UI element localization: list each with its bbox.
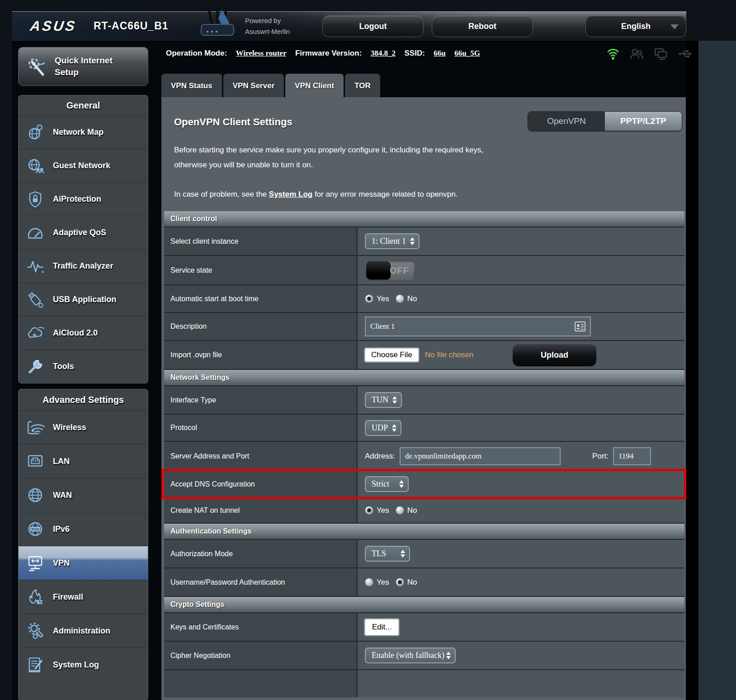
chevron-down-icon (670, 24, 679, 29)
vpn-icon (26, 553, 45, 572)
row-label: Service state (164, 256, 358, 284)
description-value: Client 1 (370, 322, 395, 331)
choose-file-button[interactable]: Choose File (365, 348, 419, 362)
sidebar-item-label: USB Application (53, 295, 116, 304)
sidebar-section-general: General Network Map Guest Network AiProt… (18, 95, 148, 383)
tab-vpn-status[interactable]: VPN Status (161, 74, 222, 97)
row-description: Description Client 1 (164, 313, 684, 341)
toggle-knob (366, 261, 391, 279)
sidebar-item-vpn[interactable]: VPN (19, 546, 148, 580)
cipher-negotiation-select[interactable]: Enable (with fallback) (365, 648, 456, 663)
authorization-mode-value: TLS (372, 549, 386, 558)
sidebar-item-lan[interactable]: LAN (19, 445, 148, 478)
system-log-link[interactable]: System Log (269, 190, 312, 199)
tab-vpn-client[interactable]: VPN Client (285, 74, 344, 97)
intro-text: Before starting the service make sure yo… (174, 142, 581, 172)
row-label: Automatic start at boot time (164, 285, 358, 312)
select-arrows-icon (392, 396, 397, 404)
interface-type-select[interactable]: TUN (365, 392, 402, 408)
vpn-tabs: VPN Status VPN Server VPN Client TOR (161, 74, 382, 97)
reboot-button[interactable]: Reboot (432, 15, 533, 37)
row-label: Server Address and Port (164, 442, 358, 470)
logout-button[interactable]: Logout (322, 15, 424, 37)
address-label: Address: (365, 452, 395, 461)
sidebar-item-tools[interactable]: Tools (19, 350, 148, 383)
row-create-nat: Create NAT on tunnel Yes No (164, 498, 684, 524)
sidebar-item-network-map[interactable]: Network Map (19, 116, 148, 149)
nat-no-radio[interactable] (396, 506, 404, 515)
status-icons (607, 47, 694, 61)
sidebar-item-label: Adaptive QoS (53, 228, 106, 237)
sidebar-item-aiprotection[interactable]: AiProtection (19, 183, 148, 216)
language-select[interactable]: English (585, 15, 686, 37)
note-text: In case of problem, see the System Log f… (174, 190, 458, 199)
sidebar-item-label: LAN (53, 457, 70, 466)
operation-mode-link[interactable]: Wireless router (236, 49, 287, 57)
description-input[interactable]: Client 1 (365, 317, 591, 336)
pptp-l2tp-mode-button[interactable]: PPTP/L2TP (605, 112, 682, 131)
usb-status-icon[interactable] (678, 48, 694, 59)
row-auto-start: Automatic start at boot time Yes No (164, 285, 684, 313)
server-address-input[interactable]: de.vpnunlimitedapp.com (400, 447, 561, 465)
quick-internet-setup-button[interactable]: Quick Internet Setup (18, 47, 148, 86)
accept-dns-select[interactable]: Strict (365, 476, 409, 492)
row-accept-dns: Accept DNS Configuration Strict (164, 471, 684, 498)
guest-network-icon (26, 156, 45, 175)
userpass-yes-radio[interactable] (365, 578, 373, 586)
radio-yes-label: Yes (377, 506, 389, 515)
client-instance-value: 1: Client 1 (372, 236, 406, 246)
note-prefix: In case of problem, see the (174, 190, 269, 199)
sidebar-item-adaptive-qos[interactable]: Adaptive QoS (19, 216, 148, 250)
firmware-link[interactable]: 384.8_2 (371, 49, 396, 57)
client-instance-select[interactable]: 1: Client 1 (365, 233, 420, 249)
row-label: Select client instance (164, 227, 358, 255)
router-image-icon (195, 5, 240, 43)
row-label: Accept DNS Configuration (164, 471, 358, 497)
section-header-client-control: Client control (164, 211, 684, 227)
tab-vpn-server[interactable]: VPN Server (223, 74, 284, 97)
cipher-negotiation-value: Enable (with fallback) (372, 651, 444, 660)
svg-text:IPV6: IPV6 (31, 527, 39, 531)
sidebar-item-wireless[interactable]: Wireless (19, 411, 148, 445)
wifi-status-icon[interactable] (607, 47, 619, 61)
section-header-authentication: Authentication Settings (164, 524, 684, 540)
no-file-chosen-text: No file chosen (425, 350, 474, 359)
ssid-2g-link[interactable]: 66u (434, 49, 445, 57)
sidebar-item-label: Guest Network (53, 161, 110, 170)
authorization-mode-select[interactable]: TLS (365, 546, 410, 562)
row-label (164, 670, 358, 697)
clients-icon[interactable] (629, 47, 644, 60)
nat-yes-radio[interactable] (365, 506, 373, 515)
sidebar-item-traffic-analyzer[interactable]: Traffic Analyzer (19, 250, 148, 283)
upload-button[interactable]: Upload (512, 343, 597, 367)
right-black-strip (686, 41, 698, 700)
edit-keys-button[interactable]: Edit... (365, 619, 399, 635)
sidebar-item-administration[interactable]: Administration (19, 614, 148, 648)
tab-tor[interactable]: TOR (345, 74, 380, 97)
sidebar-item-wan[interactable]: WAN (19, 478, 148, 512)
auto-start-yes-radio[interactable] (365, 294, 373, 303)
aicloud-icon (26, 324, 45, 343)
devices-icon[interactable] (654, 47, 668, 60)
openvpn-mode-button[interactable]: OpenVPN (528, 112, 605, 131)
sidebar-item-label: IPv6 (53, 525, 70, 534)
auto-start-no-radio[interactable] (396, 294, 404, 303)
sidebar-item-firewall[interactable]: Firewall (19, 580, 148, 614)
userpass-no-radio[interactable] (396, 578, 404, 586)
sidebar-item-usb-application[interactable]: USB Application (19, 283, 148, 317)
traffic-analyzer-icon (26, 257, 45, 276)
adaptive-qos-icon (26, 223, 45, 242)
aiprotection-icon (26, 190, 45, 209)
sidebar-item-guest-network[interactable]: Guest Network (19, 149, 148, 183)
port-input[interactable]: 1194 (613, 447, 651, 465)
firmware-label: Firmware Version: (295, 49, 362, 57)
sidebar-item-ipv6[interactable]: IPV6 IPv6 (19, 512, 148, 546)
sidebar-item-aicloud[interactable]: AiCloud 2.0 (19, 317, 148, 350)
sidebar-item-label: Traffic Analyzer (53, 261, 113, 271)
sidebar-item-system-log[interactable]: System Log (19, 648, 148, 681)
service-state-toggle[interactable]: OFF (365, 260, 415, 281)
row-label: Username/Password Authentication (164, 568, 358, 596)
protocol-select[interactable]: UDP (365, 420, 401, 436)
sidebar-item-label: WAN (53, 491, 72, 500)
ssid-5g-link[interactable]: 66u_5G (454, 49, 480, 57)
